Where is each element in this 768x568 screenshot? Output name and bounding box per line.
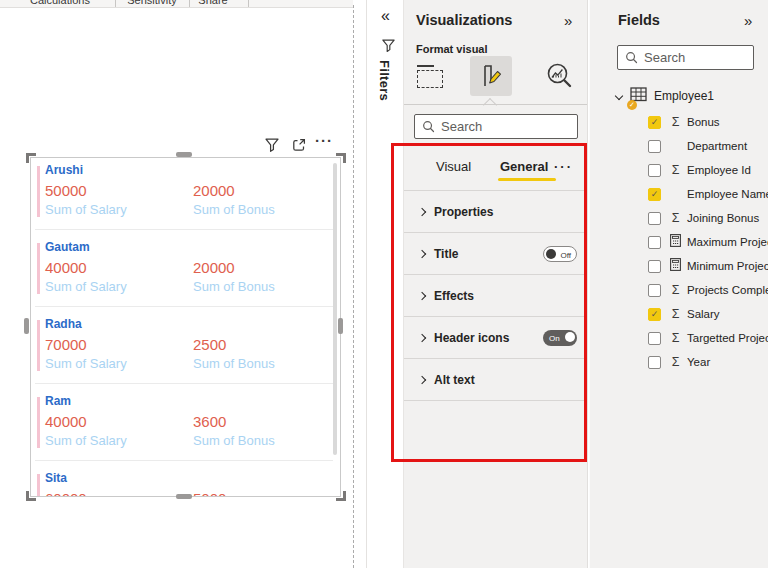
field-row[interactable]: Maximum Projects bbox=[590, 230, 768, 254]
resize-handle-bottom-right[interactable] bbox=[336, 491, 346, 501]
format-section-label: Effects bbox=[434, 289, 474, 303]
chevron-right-icon bbox=[418, 333, 426, 341]
format-section[interactable]: Effects bbox=[404, 274, 587, 316]
toggle-knob bbox=[565, 332, 575, 342]
employee-name: Sita bbox=[45, 471, 67, 485]
focus-mode-icon[interactable] bbox=[291, 137, 307, 157]
card-row[interactable]: Sita 60000 5000 Sum of Salary Sum of Bon… bbox=[31, 471, 340, 496]
field-type-icon: Σ bbox=[668, 211, 683, 225]
ribbon-tab-sensitivity[interactable]: Sensitivity bbox=[126, 0, 178, 6]
field-row[interactable]: ✓ Employee Name bbox=[590, 182, 768, 206]
field-row[interactable]: Σ Joining Bonus bbox=[590, 206, 768, 230]
field-label: Bonus bbox=[687, 116, 720, 128]
tab-general[interactable]: General bbox=[500, 159, 548, 174]
search-icon bbox=[625, 51, 638, 64]
field-checkbox[interactable] bbox=[648, 212, 661, 225]
resize-handle-left[interactable] bbox=[24, 318, 29, 334]
chevron-down-icon[interactable] bbox=[615, 92, 623, 100]
field-type-icon: Σ bbox=[668, 331, 683, 345]
bonus-caption: Sum of Bonus bbox=[193, 279, 275, 294]
visualizations-search-input[interactable]: Search bbox=[414, 114, 578, 139]
section-toggle[interactable]: On bbox=[543, 330, 577, 346]
format-section[interactable]: Title Off bbox=[404, 232, 587, 274]
ribbon-separator bbox=[248, 0, 249, 7]
field-checkbox[interactable] bbox=[648, 356, 661, 369]
build-visual-icon[interactable] bbox=[414, 58, 446, 94]
bonus-caption: Sum of Bonus bbox=[193, 433, 275, 448]
bonus-value: 3600 bbox=[193, 413, 226, 430]
ribbon-separator bbox=[115, 0, 116, 7]
table-name: Employee1 bbox=[654, 89, 714, 103]
field-type-icon: Σ bbox=[668, 283, 683, 297]
format-section[interactable]: Header icons On bbox=[404, 316, 587, 358]
resize-handle-bottom[interactable] bbox=[176, 494, 192, 499]
resize-handle-top-right[interactable] bbox=[336, 153, 346, 163]
ribbon-tab-share[interactable]: Share bbox=[190, 0, 236, 6]
field-checkbox[interactable] bbox=[648, 140, 661, 153]
chevron-right-icon bbox=[418, 207, 426, 215]
filters-pane-title[interactable]: Filters bbox=[377, 60, 392, 101]
table-icon: ✓ bbox=[630, 87, 648, 106]
field-row[interactable]: Department bbox=[590, 134, 768, 158]
field-row[interactable]: Σ Targetted Projects bbox=[590, 326, 768, 350]
card-row[interactable]: Ram 40000 3600 Sum of Salary Sum of Bonu… bbox=[31, 394, 340, 471]
fields-search-input[interactable]: Search bbox=[617, 45, 754, 70]
field-label: Employee Id bbox=[687, 164, 751, 176]
field-row[interactable]: Σ Projects Complet... bbox=[590, 278, 768, 302]
field-checkbox[interactable]: ✓ bbox=[648, 308, 661, 321]
toggle-state-label: On bbox=[549, 334, 560, 343]
chevron-right-icon bbox=[418, 291, 426, 299]
field-checkbox[interactable] bbox=[648, 260, 661, 273]
field-type-icon bbox=[668, 258, 683, 274]
table-row-employee1[interactable]: ✓ Employee1 bbox=[590, 84, 768, 108]
search-placeholder: Search bbox=[644, 50, 685, 65]
tab-visual[interactable]: Visual bbox=[436, 159, 471, 174]
filter-funnel-icon[interactable] bbox=[264, 137, 280, 157]
bonus-caption: Sum of Bonus bbox=[193, 356, 275, 371]
filters-funnel-icon[interactable] bbox=[381, 38, 396, 57]
card-row[interactable]: Gautam 40000 20000 Sum of Salary Sum of … bbox=[31, 240, 340, 317]
field-label: Targetted Projects bbox=[687, 332, 768, 344]
salary-value: 70000 bbox=[45, 336, 87, 353]
collapse-fields-icon[interactable]: » bbox=[744, 12, 752, 29]
resize-handle-right[interactable] bbox=[338, 318, 343, 334]
field-checkbox[interactable] bbox=[648, 284, 661, 297]
expand-filters-icon[interactable]: « bbox=[381, 8, 390, 24]
field-row[interactable]: ✓ Σ Salary bbox=[590, 302, 768, 326]
card-scrollbar[interactable] bbox=[333, 163, 337, 455]
field-row[interactable]: Minimum Projects bbox=[590, 254, 768, 278]
visualizations-title: Visualizations bbox=[416, 12, 512, 28]
card-row-separator bbox=[35, 460, 333, 461]
field-checkbox[interactable] bbox=[648, 164, 661, 177]
field-type-icon: Σ bbox=[668, 355, 683, 369]
more-options-icon[interactable]: ··· bbox=[315, 132, 333, 149]
field-row[interactable]: Σ Year bbox=[590, 350, 768, 374]
field-checkbox[interactable] bbox=[648, 236, 661, 249]
section-toggle[interactable]: Off bbox=[543, 246, 577, 262]
tab-more-options-icon[interactable]: ··· bbox=[554, 159, 573, 174]
format-visual-icon[interactable] bbox=[470, 56, 512, 96]
analytics-icon[interactable] bbox=[540, 58, 580, 94]
build-visual-glyph bbox=[417, 70, 443, 88]
format-section[interactable]: Alt text bbox=[404, 358, 587, 400]
field-checkbox[interactable]: ✓ bbox=[648, 116, 661, 129]
resize-handle-top[interactable] bbox=[176, 152, 192, 157]
field-row[interactable]: ✓ Σ Bonus bbox=[590, 110, 768, 134]
selected-icon-caret bbox=[483, 98, 497, 112]
multi-row-card-visual[interactable]: Arushi 50000 20000 Sum of Salary Sum of … bbox=[30, 157, 341, 497]
format-section-label: Alt text bbox=[434, 373, 475, 387]
card-row[interactable]: Arushi 50000 20000 Sum of Salary Sum of … bbox=[31, 163, 340, 240]
format-section[interactable]: Properties bbox=[404, 190, 587, 232]
card-row[interactable]: Radha 70000 2500 Sum of Salary Sum of Bo… bbox=[31, 317, 340, 394]
field-checkbox[interactable] bbox=[648, 332, 661, 345]
chevron-right-icon bbox=[418, 249, 426, 257]
collapse-visualizations-icon[interactable]: » bbox=[564, 12, 572, 29]
analytics-glyph bbox=[544, 60, 576, 92]
field-checkbox[interactable]: ✓ bbox=[648, 188, 661, 201]
field-label: Maximum Projects bbox=[687, 236, 768, 248]
field-row[interactable]: Σ Employee Id bbox=[590, 158, 768, 182]
ribbon-tab-calculations[interactable]: Calculations bbox=[30, 0, 86, 6]
resize-handle-bottom-left[interactable] bbox=[26, 491, 36, 501]
resize-handle-top-left[interactable] bbox=[26, 153, 36, 163]
toggle-knob bbox=[546, 249, 556, 259]
